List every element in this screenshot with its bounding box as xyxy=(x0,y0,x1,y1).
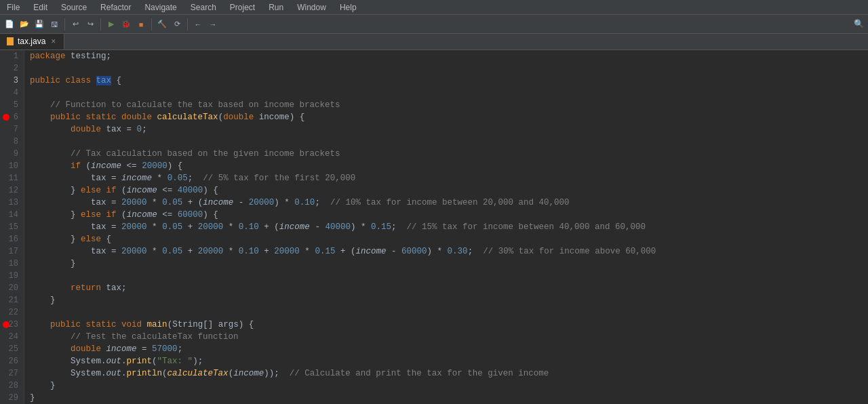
code-line-13: tax = 20000 * 0.05 + (income - 20000) * … xyxy=(30,197,868,209)
line-16: 16 xyxy=(0,233,24,245)
menu-help[interactable]: Help xyxy=(333,1,363,14)
line-12: 12 xyxy=(0,184,24,197)
line-22: 22 xyxy=(0,306,24,319)
code-line-23: public static void main(String[] args) { xyxy=(30,319,868,331)
line-19: 19 xyxy=(0,270,24,282)
code-line-19 xyxy=(30,270,868,282)
code-line-1: package testing; xyxy=(30,50,868,62)
line-11: 11 xyxy=(0,172,24,184)
menu-refactor[interactable]: Refactor xyxy=(94,1,138,14)
save-button[interactable]: 💾 xyxy=(33,18,46,31)
code-content[interactable]: package testing; public class tax { // F… xyxy=(24,50,868,404)
line-29: 29 xyxy=(0,392,24,404)
new-file-button[interactable]: 📄 xyxy=(3,18,16,31)
build-button[interactable]: 🔨 xyxy=(155,18,169,31)
save-all-button[interactable]: 🖫 xyxy=(47,18,61,31)
line-18: 18 xyxy=(0,258,24,270)
line-9: 9 xyxy=(0,148,24,160)
line-5: 5 xyxy=(0,99,24,111)
line-gutter: 1 2 3 4 5 6 7 8 9 10 11 12 13 14 15 16 1… xyxy=(0,50,24,404)
line-24: 24 xyxy=(0,331,24,343)
separator-3 xyxy=(151,18,152,31)
code-line-21: } xyxy=(30,294,868,306)
line-27: 27 xyxy=(0,367,24,380)
code-line-17: tax = 20000 * 0.05 + 20000 * 0.10 + 2000… xyxy=(30,245,868,258)
line-26: 26 xyxy=(0,355,24,367)
menu-run[interactable]: Run xyxy=(262,1,290,14)
code-line-10: if (income <= 20000) { xyxy=(30,160,868,172)
code-line-7: double tax = 0; xyxy=(30,123,868,136)
code-line-28: } xyxy=(30,380,868,392)
code-line-16: } else { xyxy=(30,233,868,245)
code-line-2 xyxy=(30,62,868,75)
line-7: 7 xyxy=(0,123,24,136)
line-20: 20 xyxy=(0,282,24,294)
menu-search[interactable]: Search xyxy=(184,1,223,14)
line-25: 25 xyxy=(0,343,24,355)
tab-label: tax.java xyxy=(18,37,45,46)
separator-2 xyxy=(100,18,101,31)
menu-file[interactable]: File xyxy=(0,1,26,14)
line-23: 23 xyxy=(0,319,24,331)
code-line-29: } xyxy=(30,392,868,404)
menu-window[interactable]: Window xyxy=(290,1,333,14)
code-line-9: // Tax calculation based on the given in… xyxy=(30,148,868,160)
java-file-icon xyxy=(7,37,14,45)
menu-source[interactable]: Source xyxy=(54,1,94,14)
menu-edit[interactable]: Edit xyxy=(26,1,54,14)
line-8: 8 xyxy=(0,136,24,148)
run-button[interactable]: ▶ xyxy=(104,18,118,31)
code-line-18: } xyxy=(30,258,868,270)
line-10: 10 xyxy=(0,160,24,172)
redo-button[interactable]: ↪ xyxy=(83,18,97,31)
code-line-14: } else if (income <= 60000) { xyxy=(30,209,868,221)
line-1: 1 xyxy=(0,50,24,62)
menu-project[interactable]: Project xyxy=(223,1,262,14)
code-line-12: } else if (income <= 40000) { xyxy=(30,184,868,197)
tabbar: tax.java × xyxy=(0,34,868,50)
separator-4 xyxy=(187,18,188,31)
stop-button[interactable]: ■ xyxy=(134,18,148,31)
editor: 1 2 3 4 5 6 7 8 9 10 11 12 13 14 15 16 1… xyxy=(0,50,868,404)
line-17: 17 xyxy=(0,245,24,258)
code-line-5: // Function to calculate the tax based o… xyxy=(30,99,868,111)
code-line-3: public class tax { xyxy=(30,75,868,87)
code-line-4 xyxy=(30,87,868,99)
code-line-8 xyxy=(30,136,868,148)
rebuild-button[interactable]: ⟳ xyxy=(170,18,184,31)
line-15: 15 xyxy=(0,221,24,233)
undo-button[interactable]: ↩ xyxy=(68,18,82,31)
line-28: 28 xyxy=(0,380,24,392)
menu-navigate[interactable]: Navigate xyxy=(138,1,183,14)
code-line-20: return tax; xyxy=(30,282,868,294)
open-file-button[interactable]: 📂 xyxy=(18,18,31,31)
line-13: 13 xyxy=(0,197,24,209)
tab-close-button[interactable]: × xyxy=(51,37,56,46)
code-line-22 xyxy=(30,306,868,319)
code-line-15: tax = 20000 * 0.05 + 20000 * 0.10 + (inc… xyxy=(30,221,868,233)
code-line-25: double income = 57000; xyxy=(30,343,868,355)
search-icon: 🔍 xyxy=(852,18,865,31)
separator-1 xyxy=(64,18,65,31)
code-line-24: // Test the calculateTax function xyxy=(30,331,868,343)
code-line-26: System.out.print("Tax: "); xyxy=(30,355,868,367)
line-2: 2 xyxy=(0,62,24,75)
line-3: 3 xyxy=(0,75,24,87)
code-line-27: System.out.println(calculateTax(income))… xyxy=(30,367,868,380)
toolbar: 📄 📂 💾 🖫 ↩ ↪ ▶ 🐞 ■ 🔨 ⟳ ← → 🔍 xyxy=(0,15,868,34)
code-line-6: public static double calculateTax(double… xyxy=(30,111,868,123)
line-4: 4 xyxy=(0,87,24,99)
line-21: 21 xyxy=(0,294,24,306)
code-line-11: tax = income * 0.05; // 5% tax for the f… xyxy=(30,172,868,184)
line-14: 14 xyxy=(0,209,24,221)
line-6: 6 xyxy=(0,111,24,123)
debug-button[interactable]: 🐞 xyxy=(119,18,133,31)
back-button[interactable]: ← xyxy=(191,18,205,31)
forward-button[interactable]: → xyxy=(206,18,220,31)
menubar: File Edit Source Refactor Navigate Searc… xyxy=(0,0,868,15)
tab-tax-java[interactable]: tax.java × xyxy=(0,33,64,49)
